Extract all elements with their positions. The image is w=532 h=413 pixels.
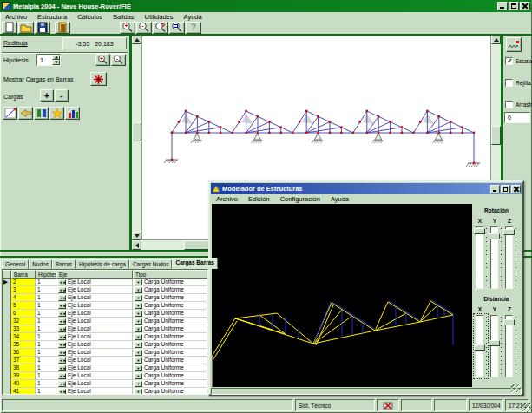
cell-tipo[interactable]: ▾Carga Uniforme [133,302,207,310]
minimize-icon[interactable] [490,185,500,193]
new-file-button[interactable] [2,22,17,34]
spin-left-right-icon[interactable]: ◄► [58,326,66,332]
cell-hipotesis[interactable]: 1 [36,357,56,364]
cell-eje[interactable]: ◄►Eje Local [56,310,133,318]
dropdown-icon[interactable]: ▾ [135,326,142,332]
cell-barra[interactable]: 36 [11,349,36,357]
menu-salidas[interactable]: Salidas [108,12,140,22]
open-file-button[interactable] [18,22,34,34]
slider-thumb[interactable] [503,319,515,325]
row-selector[interactable] [3,357,11,364]
zoom-previous-button[interactable] [153,22,168,34]
cell-barra[interactable]: 38 [11,364,36,372]
cell-eje[interactable]: ◄►Eje Local [56,325,133,333]
dropdown-icon[interactable]: ▾ [135,287,142,293]
distance-z-slider[interactable] [504,315,516,377]
cell-hipotesis[interactable]: 1 [36,318,56,325]
slider-thumb[interactable] [474,228,485,234]
scroll-thumb[interactable] [132,122,141,141]
modeler-window[interactable]: Modelador de Estructuras ArchivoEdiciónC… [208,180,524,396]
tool-button[interactable] [506,37,522,52]
scroll-up-icon[interactable] [132,36,141,44]
cell-hipotesis[interactable]: 1 [36,294,56,302]
cell-barra[interactable]: 35 [11,341,36,349]
close-icon[interactable] [520,2,530,10]
row-selector[interactable] [3,388,11,395]
table-row[interactable]: 321◄►Eje Local▾Carga Uniforme [3,318,207,325]
spin-left-right-icon[interactable]: ◄► [58,365,66,371]
rotation-z-slider[interactable] [504,226,516,289]
cell-barra[interactable]: 41 [11,388,36,395]
spin-left-right-icon[interactable]: ◄► [58,311,66,317]
scroll-thumb[interactable] [491,126,501,145]
cell-hipotesis[interactable]: 1 [36,372,56,380]
cell-hipotesis[interactable]: 1 [36,302,56,310]
tab-barras[interactable]: Barras [52,259,76,269]
row-selector[interactable] [3,294,11,302]
spin-left-right-icon[interactable]: ◄► [58,334,66,340]
tab-hipótesis-de-carga[interactable]: Hipótesis de carga [76,259,129,269]
drag-checkbox[interactable] [505,101,513,108]
dropdown-icon[interactable]: ▾ [135,365,142,371]
minimize-icon[interactable] [497,2,508,10]
help-button[interactable]: ? [186,22,201,34]
dropdown-icon[interactable]: ▾ [135,342,142,348]
cell-eje[interactable]: ◄►Eje Local [56,372,133,380]
tab-cargas-barras[interactable]: Cargas Barras [172,258,217,269]
dropdown-icon[interactable]: ▾ [135,350,142,356]
modeler-3d-canvas[interactable] [212,204,472,387]
spin-left-right-icon[interactable]: ◄► [58,342,66,348]
cell-tipo[interactable]: ▾Carga Uniforme [133,333,207,341]
spin-left-right-icon[interactable]: ◄► [58,287,66,293]
menu-ayuda[interactable]: Ayuda [179,12,207,22]
spin-left-right-icon[interactable]: ◄► [58,350,66,356]
maximize-icon[interactable] [501,185,510,193]
cell-tipo[interactable]: ▾Carga Uniforme [133,294,207,302]
cell-eje[interactable]: ◄►Eje Local [56,318,133,325]
scroll-down-icon[interactable] [132,232,141,240]
redraw-button[interactable]: Redibuja [3,40,28,46]
table-row[interactable]: 401◄►Eje Local▾Carga Uniforme [3,380,207,388]
cell-tipo[interactable]: ▾Carga Uniforme [133,380,207,388]
row-selector[interactable] [3,286,11,294]
row-selector[interactable] [3,318,11,325]
row-selector[interactable] [3,333,11,341]
dropdown-icon[interactable]: ▾ [135,373,142,379]
dropdown-icon[interactable]: ▾ [135,389,142,395]
modeler-menu-edición[interactable]: Edición [243,194,275,204]
resize-grip[interactable] [511,384,520,393]
table-row[interactable]: 331◄►Eje Local▾Carga Uniforme [3,325,207,333]
cell-barra[interactable]: 2 [11,279,36,286]
cell-eje[interactable]: ◄►Eje Local [56,302,133,310]
cell-hipotesis[interactable]: 1 [36,325,56,333]
zoom-out-button-panel[interactable]: - [111,54,126,66]
add-load-button[interactable]: + [40,89,54,102]
cell-eje[interactable]: ◄►Eje Local [56,349,133,357]
table-row[interactable]: 391◄►Eje Local▾Carga Uniforme [3,372,207,380]
cell-tipo[interactable]: ▾Carga Uniforme [133,388,207,395]
angle-input[interactable]: 0 [504,112,530,123]
cell-eje[interactable]: ◄►Eje Local [56,357,133,364]
table-row[interactable]: 341◄►Eje Local▾Carga Uniforme [3,333,207,341]
row-selector[interactable] [3,349,11,357]
slider-thumb[interactable] [503,229,515,235]
dropdown-icon[interactable]: ▾ [135,334,142,340]
table-row[interactable]: 411◄►Eje Local▾Carga Uniforme [3,388,207,395]
cell-tipo[interactable]: ▾Carga Uniforme [133,279,207,286]
menu-utilidades[interactable]: Utilidades [140,12,179,22]
dropdown-icon[interactable]: ▾ [135,295,142,301]
spin-left-right-icon[interactable]: ◄► [58,318,66,324]
cell-barra[interactable]: 32 [11,318,36,325]
cell-hipotesis[interactable]: 1 [36,380,56,388]
row-selector[interactable] [3,341,11,349]
dropdown-icon[interactable]: ▾ [135,357,142,364]
cell-barra[interactable]: 40 [11,380,36,388]
distance-x-slider[interactable] [475,315,487,377]
cell-eje[interactable]: ◄►Eje Local [56,380,133,388]
table-row[interactable]: 361◄►Eje Local▾Carga Uniforme [3,349,207,357]
cell-barra[interactable]: 33 [11,325,36,333]
spin-down-icon[interactable] [52,60,60,65]
dropdown-icon[interactable]: ▾ [135,318,142,324]
menu-cálculos[interactable]: Cálculos [72,12,108,22]
table-row[interactable]: 371◄►Eje Local▾Carga Uniforme [3,357,207,364]
